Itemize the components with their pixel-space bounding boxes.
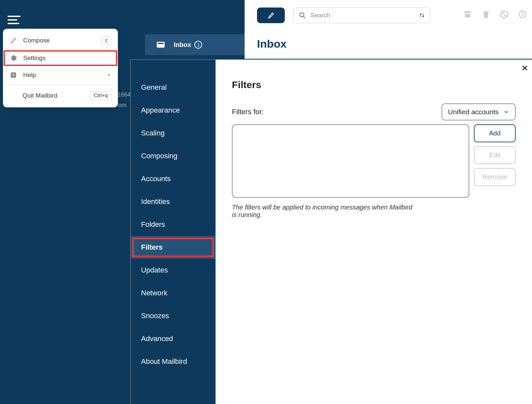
- menu-shortcut: Ctrl+q: [90, 91, 111, 100]
- settings-nav-filters[interactable]: Filters: [131, 236, 216, 259]
- sidebar-item-inbox[interactable]: Inbox 1: [145, 34, 245, 55]
- filters-for-label: Filters for:: [232, 108, 264, 116]
- settings-nav-composing[interactable]: Composing: [131, 145, 216, 167]
- inbox-icon: [157, 42, 165, 48]
- settings-nav-accounts[interactable]: Accounts: [131, 167, 216, 190]
- settings-content: ✕ Filters Filters for: Unified accounts …: [216, 60, 532, 404]
- filters-help-text: The filters will be applied to incoming …: [232, 204, 415, 219]
- settings-nav-general[interactable]: General: [131, 76, 216, 99]
- svg-rect-11: [467, 14, 469, 15]
- archive-icon[interactable]: [463, 10, 472, 19]
- compose-button[interactable]: [257, 8, 285, 23]
- menu-label: Quit Mailbird: [23, 92, 90, 99]
- settings-nav-network[interactable]: Network: [131, 282, 216, 304]
- trash-icon[interactable]: [481, 10, 491, 19]
- settings-modal: General Appearance Scaling Composing Acc…: [130, 59, 532, 404]
- svg-rect-2: [157, 42, 165, 48]
- svg-rect-10: [464, 11, 471, 13]
- menu-shortcut: c: [102, 36, 111, 45]
- menu-compose[interactable]: Compose c: [3, 31, 118, 50]
- pencil-icon: [9, 37, 17, 44]
- settings-nav-appearance[interactable]: Appearance: [131, 99, 216, 122]
- menu-help[interactable]: ? Help: [3, 67, 118, 84]
- add-filter-button[interactable]: Add: [474, 124, 516, 142]
- chevron-right-icon: [106, 72, 111, 78]
- menu-label: Settings: [23, 54, 111, 62]
- menu-settings[interactable]: Settings: [3, 50, 118, 67]
- svg-rect-3: [158, 43, 164, 44]
- page-title: Inbox: [257, 38, 287, 50]
- filters-list[interactable]: [232, 124, 469, 198]
- filter-toggle-icon[interactable]: [419, 12, 425, 18]
- search-input[interactable]: [311, 12, 419, 19]
- toolbar-actions: [463, 10, 527, 19]
- pencil-icon: [268, 12, 274, 19]
- clock-icon[interactable]: [518, 10, 527, 19]
- settings-nav-about[interactable]: About Mailbird: [131, 350, 216, 373]
- block-icon[interactable]: [500, 10, 509, 19]
- settings-sidebar: General Appearance Scaling Composing Acc…: [131, 60, 216, 404]
- menu-label: Compose: [23, 37, 102, 44]
- svg-text:?: ?: [12, 73, 15, 78]
- bg-partial-text: om: [118, 102, 126, 109]
- svg-line-5: [303, 16, 305, 18]
- remove-filter-button[interactable]: Remove: [474, 168, 516, 186]
- inbox-label: Inbox: [174, 41, 191, 49]
- gear-icon: [9, 54, 17, 62]
- bg-partial-text: 1664: [118, 91, 131, 98]
- search-bar[interactable]: [293, 8, 430, 23]
- settings-nav-identities[interactable]: Identities: [131, 190, 216, 213]
- settings-nav-scaling[interactable]: Scaling: [131, 122, 216, 145]
- settings-nav-updates[interactable]: Updates: [131, 259, 216, 282]
- settings-nav-snoozes[interactable]: Snoozes: [131, 304, 216, 327]
- svg-line-13: [502, 12, 507, 17]
- settings-nav-folders[interactable]: Folders: [131, 213, 216, 236]
- filters-account-dropdown[interactable]: Unified accounts: [442, 103, 516, 120]
- edit-filter-button[interactable]: Edit: [474, 146, 516, 164]
- inbox-count-badge: 1: [194, 41, 202, 49]
- hamburger-menu-button[interactable]: [8, 16, 21, 25]
- menu-divider: [3, 85, 118, 85]
- help-icon: ?: [9, 71, 17, 79]
- chevron-down-icon: [503, 109, 509, 115]
- settings-nav-advanced[interactable]: Advanced: [131, 327, 216, 350]
- menu-quit[interactable]: Quit Mailbird Ctrl+q: [3, 86, 118, 105]
- close-button[interactable]: ✕: [522, 64, 528, 73]
- svg-point-4: [300, 13, 304, 17]
- search-icon: [299, 12, 306, 19]
- filters-title: Filters: [232, 79, 516, 90]
- hamburger-dropdown: Compose c Settings ? Help Quit Mailbird …: [3, 29, 118, 107]
- dropdown-selected: Unified accounts: [448, 108, 499, 116]
- menu-label: Help: [23, 71, 106, 79]
